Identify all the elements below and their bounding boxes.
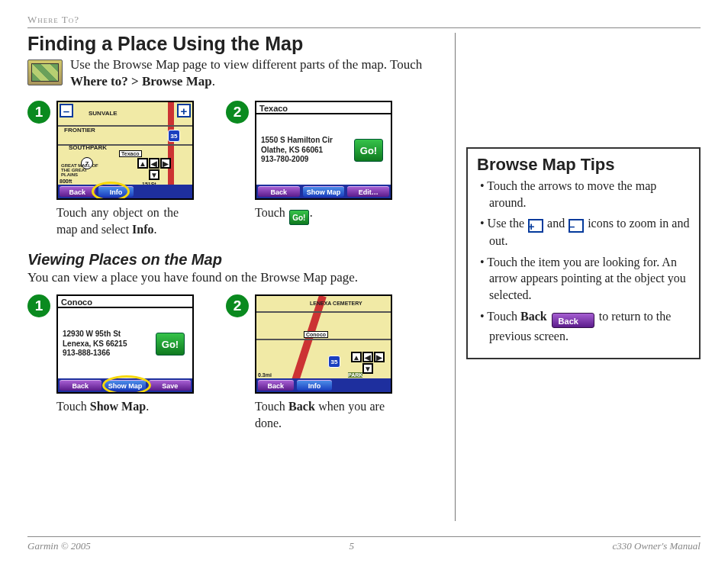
screenshot-detail-texaco: Texaco 1550 S Hamilton Cir Olathe, KS 66… (255, 101, 392, 200)
road-major (289, 295, 326, 389)
back-button[interactable]: Back (258, 186, 300, 197)
intro-c: . (212, 74, 215, 88)
label-southpark: SOUTHPARK (69, 144, 107, 151)
tip-3: Touch the item you are looking for. An a… (477, 254, 690, 304)
label-sunvale: SUNVALE (89, 110, 118, 117)
back-button[interactable]: Back (60, 186, 95, 197)
tip-2a: Use the (488, 217, 527, 230)
button-bar: Back Show Map Edit… (256, 185, 391, 198)
arrow-right-icon[interactable]: ▶ (160, 158, 171, 169)
tip-2: Use the + and – icons to zoom in and out… (477, 215, 690, 249)
bullet-1-icon: 1 (27, 101, 50, 124)
tip-4: Touch Back Back to return to the previou… (477, 308, 690, 345)
arrow-up-icon[interactable]: ▲ (137, 158, 148, 169)
steps-row-1: 1 – + 35 7 SUNVALE FRONTIER SOUTHPARK GR… (27, 101, 440, 237)
tip-4-bold: Back (520, 310, 547, 323)
panel-address: 12930 W 95th St Lenexa, KS 66215 913-888… (63, 330, 127, 359)
plus-icon: + (528, 219, 543, 233)
footer: Garmin © 2005 5 c330 Owner's Manual (27, 536, 701, 552)
bullet-2-icon: 2 (226, 101, 249, 124)
button-bar: Back Info (256, 378, 391, 392)
hwy-shield-35-icon: 35 (328, 355, 340, 368)
bullet-1-icon: 1 (27, 294, 50, 317)
column-divider (455, 33, 456, 521)
go-button[interactable]: Go! (354, 139, 383, 162)
tip-1: Touch the arrows to move the map around. (477, 178, 690, 211)
info-button[interactable]: Info (297, 380, 333, 391)
cap-a2-a: Touch (255, 206, 288, 219)
step-b1: 1 Conoco 12930 W 95th St Lenexa, KS 6621… (27, 294, 195, 431)
map-icon (27, 60, 63, 85)
subheading-text: You can view a place you have found on t… (27, 270, 440, 285)
back-button[interactable]: Back (60, 380, 101, 391)
footer-left: Garmin © 2005 (27, 540, 91, 552)
tip-4a: Touch (487, 310, 520, 323)
panel-title: Texaco (256, 102, 391, 114)
info-button[interactable]: Info (98, 186, 134, 197)
label-cemetery: LENEXA CEMETERY (310, 301, 362, 306)
label-scale: 800ft (60, 179, 72, 184)
breadcrumb: Where To? (27, 14, 701, 28)
road-h1 (256, 311, 391, 313)
zoom-in-icon[interactable]: + (177, 104, 191, 117)
step-a1: 1 – + 35 7 SUNVALE FRONTIER SOUTHPARK GR… (27, 101, 195, 237)
cap-a1-a: Touch any object on the map and select (56, 206, 179, 236)
tips-box: Browse Map Tips Touch the arrows to move… (466, 147, 701, 359)
button-bar: Back Info (58, 185, 192, 198)
cap-b1-c: . (146, 400, 149, 413)
cap-a1-c: . (154, 223, 157, 236)
label-mall: GREAT MALL OF THE GREAT PLAINS (61, 163, 98, 177)
edit-button[interactable]: Edit… (347, 186, 389, 197)
step-a2: 2 Texaco 1550 S Hamilton Cir Olathe, KS … (226, 101, 394, 237)
left-column: Finding a Place Using the Map Use the Br… (27, 33, 455, 521)
pan-arrows[interactable]: ▲ ◀▶ ▼ (350, 352, 386, 374)
page-title: Finding a Place Using the Map (27, 33, 440, 55)
cap-b2-a: Touch (255, 400, 288, 413)
show-map-button[interactable]: Show Map (303, 186, 345, 197)
subheading: Viewing Places on the Map (27, 251, 440, 269)
intro-block: Use the Browse Map page to view differen… (27, 56, 440, 90)
panel-address: 1550 S Hamilton Cir Olathe, KS 66061 913… (261, 136, 333, 165)
label-scale: 0.3mi (258, 372, 272, 378)
zoom-out-icon[interactable]: – (60, 104, 73, 117)
pan-arrows[interactable]: ▲ ◀▶ ▼ (136, 158, 172, 180)
tip-2b: and (544, 217, 568, 230)
intro-bold: Where to? > Browse Map (70, 74, 212, 88)
arrow-up-icon[interactable]: ▲ (351, 352, 362, 362)
label-texaco: Texaco (119, 150, 142, 157)
arrow-down-icon[interactable]: ▼ (362, 363, 373, 374)
back-button[interactable]: Back (258, 380, 294, 391)
footer-page: 5 (349, 540, 354, 552)
arrow-right-icon[interactable]: ▶ (374, 352, 385, 362)
label-conoco: Conoco (304, 331, 328, 338)
arrow-left-icon[interactable]: ◀ (362, 352, 373, 362)
arrow-left-icon[interactable]: ◀ (149, 158, 159, 169)
minus-icon: – (569, 219, 584, 233)
cap-a1-b: Info (132, 223, 153, 236)
go-button[interactable]: Go! (156, 333, 185, 355)
screenshot-detail-conoco: Conoco 12930 W 95th St Lenexa, KS 66215 … (56, 294, 194, 394)
intro-text: Use the Browse Map page to view differen… (70, 56, 440, 90)
panel-title: Conoco (58, 296, 192, 308)
content-columns: Finding a Place Using the Map Use the Br… (27, 33, 701, 521)
hwy-shield-35-icon: 35 (168, 130, 180, 142)
footer-right: c330 Owner's Manual (613, 540, 701, 552)
go-button-inline: Go! (289, 210, 309, 225)
step-b2: 2 35 LENEXA CEMETERY Conoco PARK 0.3mi ▲… (226, 294, 394, 431)
cap-b2-b: Back (288, 400, 315, 413)
intro-a: Use the Browse Map page to view differen… (70, 57, 422, 72)
right-column: Browse Map Tips Touch the arrows to move… (466, 33, 701, 521)
road-h2 (256, 339, 391, 340)
cap-b1-a: Touch (56, 400, 90, 413)
save-button[interactable]: Save (149, 380, 191, 391)
back-button-inline: Back (552, 313, 594, 328)
screenshot-map-result: 35 LENEXA CEMETERY Conoco PARK 0.3mi ▲ ◀… (255, 294, 392, 394)
cap-a2-b: . (310, 206, 313, 219)
cap-b1-b: Show Map (90, 400, 146, 413)
button-bar: Back Show Map Save (58, 378, 192, 392)
bullet-2-icon: 2 (226, 294, 249, 317)
tips-title: Browse Map Tips (477, 155, 690, 175)
show-map-button[interactable]: Show Map (105, 380, 147, 391)
arrow-down-icon[interactable]: ▼ (149, 169, 159, 180)
screenshot-map-browse: – + 35 7 SUNVALE FRONTIER SOUTHPARK GREA… (56, 101, 194, 200)
